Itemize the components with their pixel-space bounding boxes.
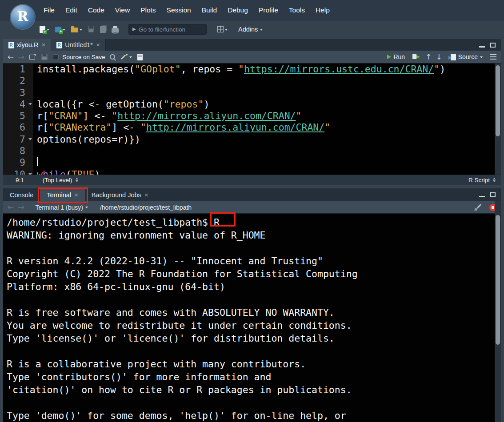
run-button[interactable]: Run [385, 52, 407, 61]
document-outline-icon[interactable] [490, 54, 496, 60]
tab-xiyou-r[interactable]: xiyou.R [3, 39, 51, 51]
menu-build[interactable]: Build [196, 6, 222, 14]
new-project-icon [55, 27, 61, 32]
terminal-line [7, 293, 492, 306]
back-icon[interactable] [8, 203, 14, 211]
tab-terminal[interactable]: Terminal [40, 188, 85, 201]
minimize-pane-icon[interactable] [479, 46, 485, 48]
tab-label: Untitled1* [65, 41, 93, 48]
terminal-scrollbar[interactable] [495, 201, 501, 422]
tab-console[interactable]: Console [3, 188, 40, 201]
menu-view[interactable]: View [110, 6, 135, 14]
tab-label: xiyou.R [17, 41, 38, 48]
compile-report-icon[interactable] [137, 54, 143, 60]
terminal-line: Platform: x86_64-pc-linux-gnu (64-bit) [7, 280, 492, 293]
menu-session[interactable]: Session [161, 6, 196, 14]
terminal-line: Type 'contributors()' for more informati… [7, 370, 492, 383]
terminal-selector-label: Terminal 1 (busy) [36, 204, 83, 211]
back-icon[interactable] [8, 53, 14, 61]
next-section-icon[interactable] [436, 53, 442, 61]
source-toolbar: Source on Save Run Source [3, 51, 501, 64]
terminal-line [7, 396, 492, 409]
new-project-button[interactable] [54, 26, 67, 33]
tab-label: Background Jobs [92, 191, 141, 199]
fold-arrow-icon[interactable] [28, 103, 32, 107]
chevron-down-icon [260, 29, 263, 32]
line-number: 8 [3, 145, 33, 157]
find-replace-icon[interactable] [109, 54, 116, 60]
goto-file-box[interactable] [128, 24, 207, 35]
scope-label: (Top Level) [43, 177, 72, 183]
open-in-new-window-icon[interactable] [29, 55, 35, 60]
scope-selector[interactable]: (Top Level) [43, 176, 78, 183]
minimize-pane-icon[interactable] [479, 196, 485, 197]
save-button[interactable] [87, 25, 96, 33]
code-line [37, 157, 501, 168]
terminal-line: R version 4.2.2 (2022-10-31) -- "Innocen… [7, 255, 492, 267]
source-label: Source [458, 53, 478, 60]
menu-code[interactable]: Code [83, 6, 110, 14]
goto-file-input[interactable] [139, 26, 217, 33]
fold-arrow-icon[interactable] [28, 173, 32, 175]
fold-arrow-icon[interactable] [28, 138, 32, 142]
code-line: local({r <- getOption("repos") [37, 99, 501, 110]
close-icon[interactable] [41, 41, 45, 48]
source-statusbar: 9:1 (Top Level) R Script [3, 175, 501, 185]
close-icon[interactable] [96, 41, 100, 48]
chevron-down-icon [480, 56, 483, 60]
scrollbar-thumb[interactable] [496, 65, 500, 136]
code-line: while(TRUE) [37, 169, 501, 175]
menubar: File Edit Code View Plots Session Build … [0, 0, 504, 20]
rstudio-logo[interactable]: R [11, 5, 35, 29]
terminal-line: R is a collaborative project with many c… [7, 358, 492, 370]
menu-help[interactable]: Help [310, 6, 335, 14]
terminal-path: /home/rstudio/project/test_libpath [100, 204, 192, 211]
menu-tools[interactable]: Tools [284, 6, 310, 14]
terminal-line: Type 'license()' or 'licence()' for dist… [7, 332, 492, 345]
pane-layout-button[interactable] [210, 25, 229, 33]
menu-plots[interactable]: Plots [135, 6, 161, 14]
text-cursor [37, 157, 38, 166]
close-icon[interactable] [144, 191, 148, 199]
forward-icon[interactable] [18, 203, 24, 211]
editor-gutter: 12345678910 [3, 64, 33, 175]
terminal-line: You are welcome to redistribute it under… [7, 319, 492, 332]
clear-terminal-icon[interactable] [473, 203, 481, 211]
run-icon [387, 55, 391, 59]
rerun-button[interactable] [411, 53, 421, 61]
terminal-command: R [214, 217, 220, 228]
source-on-save-checkbox[interactable] [53, 54, 59, 60]
editor-scrollbar[interactable] [495, 64, 501, 175]
print-icon [112, 28, 119, 33]
terminal-output[interactable]: /home/rstudio/project/test_libpath$ RWAR… [3, 214, 501, 422]
open-file-button[interactable] [70, 25, 84, 33]
menu-debug[interactable]: Debug [222, 6, 253, 14]
rerun-icon [412, 54, 420, 60]
save-all-button[interactable] [99, 25, 107, 34]
forward-icon[interactable] [18, 53, 24, 61]
tab-label: Console [10, 191, 33, 199]
menu-profile[interactable]: Profile [253, 6, 284, 14]
maximize-pane-icon[interactable] [490, 192, 496, 197]
tab-untitled1[interactable]: Untitled1* [51, 39, 106, 51]
menu-edit[interactable]: Edit [60, 6, 83, 14]
scrollbar-thumb[interactable] [496, 215, 500, 345]
new-file-button[interactable] [38, 25, 51, 34]
r-file-icon [8, 42, 14, 48]
maximize-pane-icon[interactable] [490, 43, 496, 48]
menu-file[interactable]: File [38, 6, 60, 14]
previous-section-icon[interactable] [425, 53, 432, 61]
file-type-selector[interactable]: R Script [468, 176, 496, 183]
up-down-icon [76, 176, 78, 183]
tab-background-jobs[interactable]: Background Jobs [85, 188, 155, 201]
terminal-selector[interactable]: Terminal 1 (busy) [36, 204, 88, 211]
addins-button[interactable]: Addins [238, 26, 263, 33]
code-editor[interactable]: 12345678910 install.packages("GOplot", r… [3, 64, 501, 175]
close-icon[interactable] [74, 191, 78, 199]
print-button[interactable] [110, 25, 120, 34]
code-tools-button[interactable] [120, 53, 133, 61]
new-file-icon [40, 26, 45, 33]
source-button[interactable]: Source [446, 52, 485, 61]
line-number: 9 [3, 157, 33, 168]
save-source-button[interactable] [40, 53, 49, 61]
